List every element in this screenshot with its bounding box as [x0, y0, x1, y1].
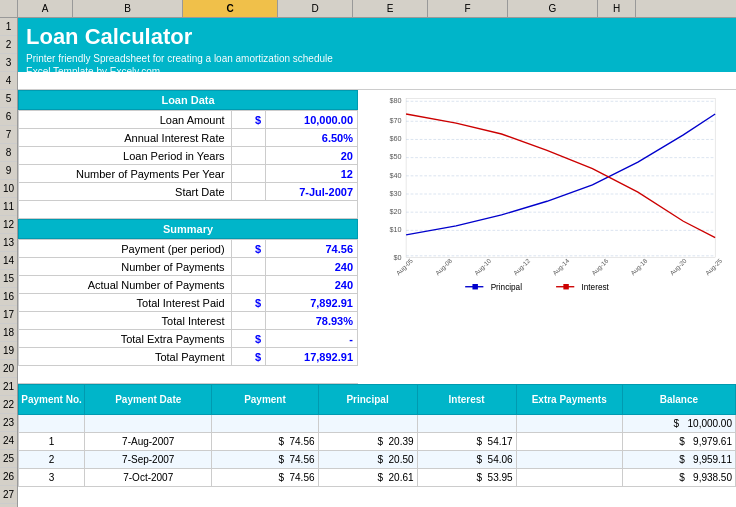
total-interest-pct-dollar — [231, 312, 265, 330]
loan-period-dollar — [231, 147, 265, 165]
amort-extra-1 — [516, 433, 622, 451]
row-num-3: 3 — [0, 54, 17, 72]
amort-principal-2: $ 20.50 — [318, 451, 417, 469]
num-payments-row: Number of Payments 240 — [19, 258, 358, 276]
payment-per-period-dollar: $ — [231, 240, 265, 258]
actual-num-payments-label: Actual Number of Payments — [19, 276, 232, 294]
amort-principal-1: $ 20.39 — [318, 433, 417, 451]
row-num-5: 5 — [0, 90, 17, 108]
interest-rate-label: Annual Interest Rate — [19, 129, 232, 147]
excely-link[interactable]: Excely.com — [110, 66, 160, 77]
column-headers: A B C D E F G H — [0, 0, 736, 18]
svg-text:Aug-18: Aug-18 — [629, 257, 649, 277]
row-num-20: 20 — [0, 360, 17, 378]
row-num-17: 17 — [0, 306, 17, 324]
summary-header: Summary — [18, 219, 358, 239]
amort-date-2: 7-Sep-2007 — [85, 451, 212, 469]
interest-rate-value[interactable]: 6.50% — [266, 129, 358, 147]
row-numbers: 1 2 3 4 5 6 7 8 9 10 11 12 13 14 15 16 1… — [0, 18, 18, 507]
amort-interest-0 — [417, 415, 516, 433]
actual-num-payments-dollar — [231, 276, 265, 294]
total-extra-payments-row: Total Extra Payments $ - — [19, 330, 358, 348]
amort-balance-1: $ 9,979.61 — [622, 433, 735, 451]
loan-amount-value[interactable]: 10,000.00 — [266, 111, 358, 129]
amort-extra-2 — [516, 451, 622, 469]
row-num-7: 7 — [0, 126, 17, 144]
col-header-h: H — [598, 0, 636, 17]
total-extra-payments-value: - — [266, 330, 358, 348]
row-num-16: 16 — [0, 288, 17, 306]
start-date-value[interactable]: 7-Jul-2007 — [266, 183, 358, 201]
svg-text:Aug-16: Aug-16 — [590, 257, 610, 277]
amortization-section: Payment No. Payment Date Payment Princip… — [18, 384, 736, 487]
amort-no-1: 1 — [19, 433, 85, 451]
amort-date-1: 7-Aug-2007 — [85, 433, 212, 451]
actual-num-payments-value: 240 — [266, 276, 358, 294]
col-header-a: A — [18, 0, 73, 17]
main-content: Loan Calculator Printer friendly Spreads… — [18, 18, 736, 507]
payments-per-year-dollar — [231, 165, 265, 183]
svg-text:Interest: Interest — [582, 283, 610, 292]
amort-balance-2: $ 9,959.11 — [622, 451, 735, 469]
loan-amount-dollar: $ — [231, 111, 265, 129]
row-num-23: 23 — [0, 414, 17, 432]
summary-table: Payment (per period) $ 74.56 Number of P… — [18, 239, 358, 366]
svg-text:$80: $80 — [389, 96, 401, 105]
col-header-interest: Interest — [417, 385, 516, 415]
payments-per-year-value[interactable]: 12 — [266, 165, 358, 183]
amort-payment-2: $ 74.56 — [212, 451, 318, 469]
row-num-11: 11 — [0, 198, 17, 216]
total-interest-pct-value: 78.93% — [266, 312, 358, 330]
svg-rect-32 — [563, 284, 568, 289]
svg-text:$60: $60 — [389, 134, 401, 143]
col-header-payment-no: Payment No. — [19, 385, 85, 415]
col-header-g: G — [508, 0, 598, 17]
row-num-27: 27 — [0, 486, 17, 504]
amort-no-2: 2 — [19, 451, 85, 469]
interest-rate-dollar — [231, 129, 265, 147]
loan-amount-row: Loan Amount $ 10,000.00 — [19, 111, 358, 129]
row-num-21: 21 — [0, 378, 17, 396]
start-date-label: Start Date — [19, 183, 232, 201]
loan-period-label: Loan Period in Years — [19, 147, 232, 165]
amortization-table: Payment No. Payment Date Payment Princip… — [18, 384, 736, 487]
row-num-14: 14 — [0, 252, 17, 270]
amort-date-0 — [85, 415, 212, 433]
col-header-principal: Principal — [318, 385, 417, 415]
svg-rect-29 — [472, 284, 477, 289]
amort-payment-1: $ 74.56 — [212, 433, 318, 451]
loan-period-value[interactable]: 20 — [266, 147, 358, 165]
total-extra-payments-dollar: $ — [231, 330, 265, 348]
row-num-6: 6 — [0, 108, 17, 126]
col-header-e: E — [353, 0, 428, 17]
col-header-balance: Balance — [622, 385, 735, 415]
payment-per-period-label: Payment (per period) — [19, 240, 232, 258]
col-header-b: B — [73, 0, 183, 17]
interest-rate-row: Annual Interest Rate 6.50% — [19, 129, 358, 147]
chart-container: $80 $70 $60 $50 $40 $30 $20 — [358, 90, 736, 384]
amort-principal-3: $ 20.61 — [318, 469, 417, 487]
loan-period-row: Loan Period in Years 20 — [19, 147, 358, 165]
total-interest-paid-dollar: $ — [231, 294, 265, 312]
data-chart-area: Loan Data Loan Amount $ 10,000.00 Annual… — [18, 90, 736, 384]
total-interest-paid-value: 7,892.91 — [266, 294, 358, 312]
loan-data-table: Loan Amount $ 10,000.00 Annual Interest … — [18, 110, 358, 201]
amort-balance-3: $ 9,938.50 — [622, 469, 735, 487]
svg-text:$0: $0 — [393, 253, 401, 262]
total-payment-value: 17,892.91 — [266, 348, 358, 366]
total-interest-pct-label: Total Interest — [19, 312, 232, 330]
row-num-2: 2 — [0, 36, 17, 54]
svg-text:Aug-10: Aug-10 — [473, 257, 493, 277]
total-interest-paid-label: Total Interest Paid — [19, 294, 232, 312]
num-payments-value: 240 — [266, 258, 358, 276]
amort-balance-0: $ 10,000.00 — [622, 415, 735, 433]
row-num-13: 13 — [0, 234, 17, 252]
total-extra-payments-label: Total Extra Payments — [19, 330, 232, 348]
svg-text:$70: $70 — [389, 116, 401, 125]
svg-text:Aug-08: Aug-08 — [434, 257, 454, 277]
col-header-d: D — [278, 0, 353, 17]
svg-text:$10: $10 — [389, 225, 401, 234]
amort-row-3: 3 7-Oct-2007 $ 74.56 $ 20.61 $ 53.95 $ 9… — [19, 469, 736, 487]
amort-no-0 — [19, 415, 85, 433]
amort-payment-0 — [212, 415, 318, 433]
